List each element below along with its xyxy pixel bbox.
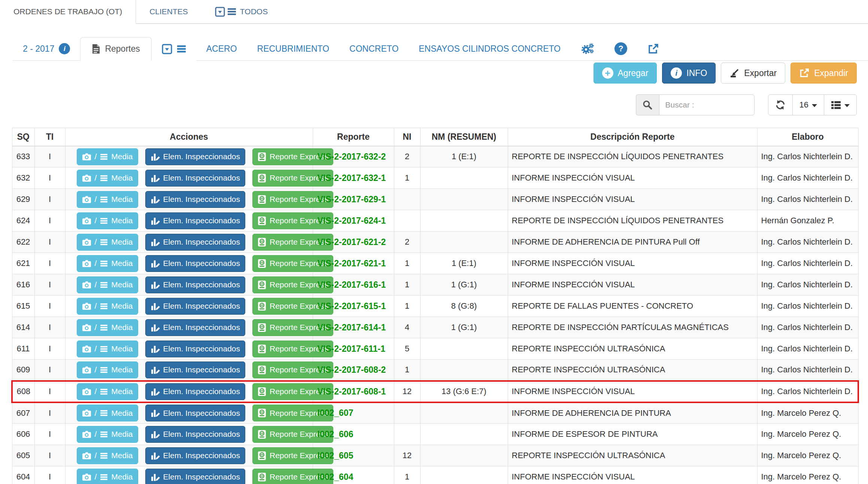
nav-ensayos-cilindros[interactable]: ENSAYOS CILINDROS CONCRETO bbox=[409, 37, 571, 61]
media-button[interactable]: / Media bbox=[77, 469, 138, 484]
nav-filler bbox=[669, 37, 868, 61]
list-bars-icon bbox=[177, 45, 186, 53]
descripcion-cell: INFORME INSPECCIÓN VISUAL bbox=[508, 274, 757, 296]
tab-ordenes-de-trabajo[interactable]: ORDENES DE TRABAJO (OT) bbox=[0, 0, 136, 24]
media-button[interactable]: / Media bbox=[77, 170, 138, 187]
elem-inspeccionados-button[interactable]: Elem. Inspeccionados bbox=[145, 212, 245, 229]
nm-cell bbox=[420, 338, 508, 360]
nav-concreto[interactable]: CONCRETO bbox=[339, 37, 409, 61]
info-button[interactable]: i INFO bbox=[662, 63, 716, 84]
media-button[interactable]: / Media bbox=[77, 319, 138, 336]
ni-cell: 1 bbox=[394, 253, 420, 274]
columns-dropdown[interactable] bbox=[824, 94, 857, 115]
nav-open-external[interactable] bbox=[637, 37, 669, 61]
ti-cell: I bbox=[34, 424, 65, 445]
actions-cell: / Media Elem. Inspeccionados Reporte Exp… bbox=[65, 466, 313, 484]
actions-cell: / Media Elem. Inspeccionados Reporte Exp… bbox=[65, 253, 313, 274]
header-descripcion: Descripción Reporte bbox=[508, 128, 757, 146]
elem-inspeccionados-button[interactable]: Elem. Inspeccionados bbox=[145, 341, 245, 357]
media-button[interactable]: / Media bbox=[77, 447, 138, 464]
elem-label: Elem. Inspeccionados bbox=[163, 280, 240, 289]
report-document-icon bbox=[258, 195, 266, 204]
elem-inspeccionados-button[interactable]: Elem. Inspeccionados bbox=[145, 405, 245, 421]
elem-inspeccionados-button[interactable]: Elem. Inspeccionados bbox=[145, 191, 245, 208]
nav-period-link[interactable]: 2 - 2017 i bbox=[13, 37, 80, 61]
media-label: Media bbox=[111, 387, 133, 396]
exportar-button[interactable]: Exportar bbox=[721, 63, 785, 84]
media-button[interactable]: / Media bbox=[77, 426, 138, 443]
descripcion-cell: INFORME DE ADHERENCIA DE PINTURA bbox=[508, 402, 757, 424]
nav-select-list[interactable] bbox=[152, 37, 196, 61]
tab-reportes[interactable]: Reportes bbox=[80, 37, 151, 61]
media-label: Media bbox=[111, 365, 133, 374]
chart-pencil-icon bbox=[151, 195, 160, 204]
tab-todos[interactable]: TODOS bbox=[201, 0, 281, 24]
list-bars-icon bbox=[100, 303, 108, 309]
chart-pencil-icon bbox=[151, 387, 160, 396]
media-button[interactable]: / Media bbox=[77, 212, 138, 229]
ti-cell: I bbox=[34, 338, 65, 360]
nm-cell bbox=[420, 402, 508, 424]
table-row: 615 I / Media Elem. Inspeccionados Repor… bbox=[12, 296, 858, 317]
media-button[interactable]: / Media bbox=[77, 148, 138, 165]
media-button[interactable]: / Media bbox=[77, 234, 138, 251]
ni-cell: 4 bbox=[394, 317, 420, 338]
ni-cell: 1 bbox=[394, 296, 420, 317]
header-reporte: Reporte bbox=[313, 128, 394, 146]
nav-recubrimiento[interactable]: RECUBRIMIENTO bbox=[247, 37, 340, 61]
elaboro-cell: Ing. Marcelo Perez Q. bbox=[757, 424, 858, 445]
period-info-icon[interactable]: i bbox=[59, 43, 70, 54]
elem-inspeccionados-button[interactable]: Elem. Inspeccionados bbox=[145, 255, 245, 272]
media-button[interactable]: / Media bbox=[77, 362, 138, 378]
media-button[interactable]: / Media bbox=[77, 383, 138, 400]
nav-settings[interactable] bbox=[571, 37, 604, 61]
chart-pencil-icon bbox=[151, 259, 160, 268]
elem-inspeccionados-button[interactable]: Elem. Inspeccionados bbox=[145, 362, 245, 378]
page-size-value: 16 bbox=[799, 100, 808, 110]
slash-separator: / bbox=[95, 365, 97, 374]
refresh-button[interactable] bbox=[768, 94, 793, 115]
media-button[interactable]: / Media bbox=[77, 255, 138, 272]
elem-inspeccionados-button[interactable]: Elem. Inspeccionados bbox=[145, 276, 245, 293]
ni-cell: 12 bbox=[394, 381, 420, 402]
ni-cell: 1 bbox=[394, 167, 420, 189]
descripcion-cell: REPORTE DE FALLAS PUENTES - CONCRETO bbox=[508, 296, 757, 317]
elem-inspeccionados-button[interactable]: Elem. Inspeccionados bbox=[145, 234, 245, 251]
media-button[interactable]: / Media bbox=[77, 405, 138, 421]
gears-icon bbox=[581, 43, 594, 55]
elem-inspeccionados-button[interactable]: Elem. Inspeccionados bbox=[145, 447, 245, 464]
camera-icon bbox=[82, 260, 91, 267]
list-bars-icon bbox=[100, 260, 108, 267]
nav-help[interactable]: ? bbox=[604, 37, 637, 61]
media-button[interactable]: / Media bbox=[77, 341, 138, 357]
media-button[interactable]: / Media bbox=[77, 298, 138, 315]
tab-clientes[interactable]: CLIENTES bbox=[136, 0, 201, 24]
actions-cell: / Media Elem. Inspeccionados Reporte Exp… bbox=[65, 402, 313, 424]
camera-icon bbox=[82, 281, 91, 289]
search-input[interactable] bbox=[659, 94, 755, 115]
page-size-dropdown[interactable]: 16 bbox=[792, 94, 824, 115]
sq-cell: 624 bbox=[12, 210, 34, 232]
report-document-icon bbox=[258, 430, 266, 439]
elem-inspeccionados-button[interactable]: Elem. Inspeccionados bbox=[145, 319, 245, 336]
ti-cell: I bbox=[34, 466, 65, 484]
elem-label: Elem. Inspeccionados bbox=[163, 430, 240, 439]
media-button[interactable]: / Media bbox=[77, 191, 138, 208]
elem-inspeccionados-button[interactable]: Elem. Inspeccionados bbox=[145, 170, 245, 187]
report-document-icon bbox=[258, 152, 266, 161]
chart-pencil-icon bbox=[151, 152, 160, 161]
nav-acero[interactable]: ACERO bbox=[196, 37, 247, 61]
elem-inspeccionados-button[interactable]: Elem. Inspeccionados bbox=[145, 426, 245, 443]
expandir-button[interactable]: Expandir bbox=[790, 63, 857, 84]
camera-icon bbox=[82, 473, 91, 481]
list-bars-icon bbox=[100, 474, 108, 480]
elem-inspeccionados-button[interactable]: Elem. Inspeccionados bbox=[145, 469, 245, 484]
elem-inspeccionados-button[interactable]: Elem. Inspeccionados bbox=[145, 148, 245, 165]
period-label: 2 - 2017 bbox=[23, 44, 54, 54]
media-label: Media bbox=[111, 323, 133, 332]
agregar-button[interactable]: + Agregar bbox=[594, 63, 657, 84]
nav-acero-label: ACERO bbox=[206, 44, 237, 54]
media-button[interactable]: / Media bbox=[77, 276, 138, 293]
elem-inspeccionados-button[interactable]: Elem. Inspeccionados bbox=[145, 383, 245, 400]
elem-inspeccionados-button[interactable]: Elem. Inspeccionados bbox=[145, 298, 245, 315]
